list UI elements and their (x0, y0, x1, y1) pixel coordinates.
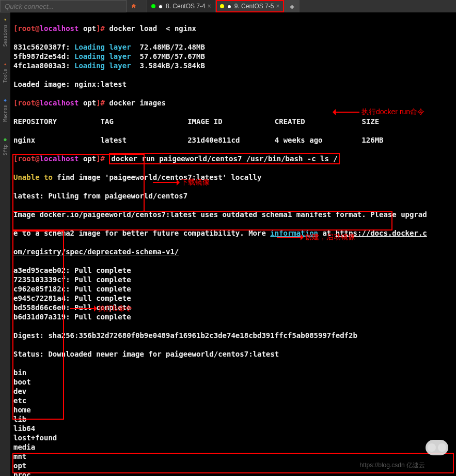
terminal-line: media (13, 442, 453, 452)
status-dot-icon (220, 4, 224, 8)
watermark-icon (426, 440, 448, 455)
terminal-line: [root@localhost opt]# docker load < ngin… (13, 24, 453, 33)
terminal-line: Image docker.io/paigeeworld/centos7:late… (13, 210, 453, 219)
terminal-line: 831c5620387f: Loading layer 72.48MB/72.4… (13, 42, 453, 52)
sidebar: Sessions★ Tools✦ Macros◆ Sftp● (0, 12, 10, 476)
terminal-line: Digest: sha256:356b32d72680f0b9e0489af16… (13, 331, 453, 340)
terminal-line: a3ed95caeb02: Pull complete (13, 266, 453, 275)
terminal-line: dev (13, 387, 453, 396)
terminal-line: proc (13, 470, 453, 476)
terminal-line: 4fc1aa8003a3: Loading layer 3.584kB/3.58… (13, 61, 453, 70)
tab-label: 8. CentOS 7-4 (166, 3, 206, 10)
terminal-line: 7235103339cf: Pull complete (13, 275, 453, 284)
terminal-line: nginx latest 231d40e811cd 4 weeks ago 12… (13, 135, 453, 145)
terminal-line: lib64 (13, 424, 453, 433)
terminal-line: e945c72281a4: Pull complete (13, 294, 453, 303)
terminal-line: 5fb987d2e54d: Loading layer 57.67MB/57.6… (13, 52, 453, 61)
home-icon (131, 3, 137, 9)
tab-label: 9. CentOS 7-5 (234, 3, 274, 10)
close-icon[interactable]: × (276, 3, 279, 10)
terminal-line: mnt (13, 452, 453, 461)
penguin-icon (158, 3, 164, 9)
terminal-line: lib (13, 414, 453, 424)
status-dot-icon (151, 4, 155, 8)
terminal-line: etc (13, 396, 453, 405)
terminal-line: om/registry/spec/deprecated-schema-v1/ (13, 247, 453, 256)
sidebar-sftp[interactable]: Sftp● (3, 137, 8, 156)
terminal-line: latest: Pulling from paigeeworld/centos7 (13, 191, 453, 201)
terminal-line: Loaded image: nginx:latest (13, 80, 453, 89)
svg-point-1 (159, 5, 162, 8)
sidebar-tools[interactable]: Tools✦ (3, 62, 8, 83)
tab-home[interactable] (127, 0, 147, 12)
watermark: https://blog.csdn 亿速云 (359, 461, 425, 470)
new-tab-button[interactable]: ✚ (284, 0, 300, 12)
close-icon[interactable]: × (208, 3, 211, 10)
terminal-line: [root@localhost opt]# docker run paigeew… (13, 154, 453, 163)
terminal-line: Unable to find image 'paigeeworld/centos… (13, 173, 453, 182)
tab-centos75[interactable]: 9. CentOS 7-5× (216, 0, 285, 12)
tab-centos74[interactable]: 8. CentOS 7-4× (147, 0, 216, 12)
terminal-line: b6d31d07a319: Pull complete (13, 312, 453, 321)
annotation: 执行ls命令 (70, 304, 132, 313)
terminal-line: boot (13, 377, 453, 387)
annotation: 下载镜像 (153, 178, 210, 187)
sidebar-sessions[interactable]: Sessions★ (3, 18, 8, 47)
terminal-line: REPOSITORY TAG IMAGE ID CREATED SIZE (13, 117, 453, 126)
annotation: 执行docker run命令 (334, 108, 424, 117)
terminal-line: e to a schema2 image for better future c… (13, 228, 453, 238)
terminal-line: lost+found (13, 433, 453, 442)
sidebar-macros[interactable]: Macros◆ (3, 98, 8, 122)
terminal-line: [root@localhost opt]# docker images (13, 98, 453, 108)
terminal-line: Status: Downloaded newer image for paige… (13, 349, 453, 359)
quick-connect-input[interactable] (0, 0, 127, 12)
terminal-line: bin (13, 368, 453, 377)
terminal-line: c962e85f182c: Pull complete (13, 284, 453, 294)
annotation: 创建，启动镜像 (277, 233, 355, 242)
penguin-icon (226, 3, 232, 9)
svg-point-3 (228, 5, 231, 8)
terminal-line: home (13, 405, 453, 414)
terminal[interactable]: [root@localhost opt]# docker load < ngin… (10, 12, 456, 476)
